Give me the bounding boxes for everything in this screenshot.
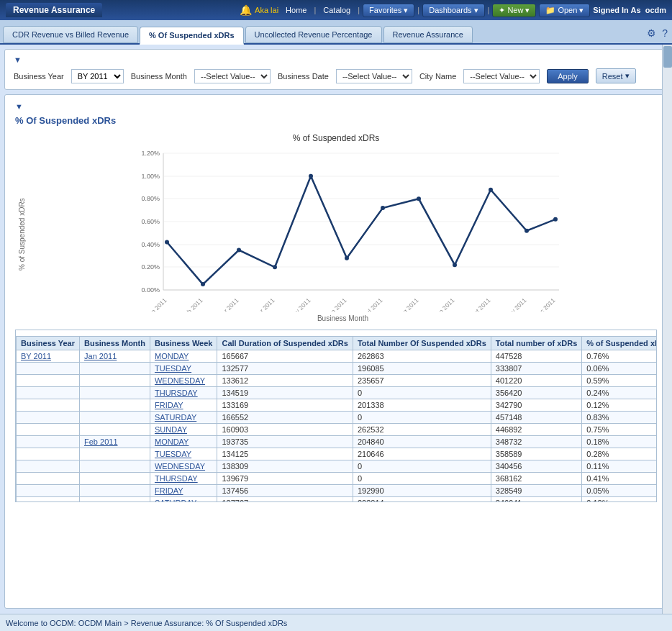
chart-area: % of Suspended xDRs [15,146,657,322]
tab-suspended-xdrs[interactable]: % Of Suspended xDRs [140,27,244,45]
svg-text:1.20%: 1.20% [141,150,160,157]
svg-text:May 2011: May 2011 [287,296,312,312]
col-header-call-dur: Call Duration of Suspended xDRs [217,337,353,350]
business-year-label: Business Year [14,72,64,81]
table-row: FRIDAY1374561929903285490.05% [17,485,658,497]
table-row: WEDNESDAY1336122356574012200.59% [17,375,658,387]
aka-label: Aka lai [255,6,278,14]
svg-point-19 [273,265,277,269]
svg-text:0.40%: 0.40% [141,241,160,248]
folder-icon: 📁 [545,6,555,15]
svg-point-21 [345,256,349,260]
svg-text:Mar 2011: Mar 2011 [216,296,240,312]
table-row: TUESDAY1341252106463585890.28% [17,448,658,460]
table-row: Feb 2011MONDAY1937352048403487320.18% [17,436,658,448]
scroll-thumb[interactable] [663,46,672,68]
svg-point-26 [525,229,529,233]
svg-point-27 [553,217,558,222]
filter-toggle[interactable]: ▼ [14,55,658,64]
svg-text:0.20%: 0.20% [141,263,160,271]
signed-in-label: Signed In As ocdm [593,6,666,14]
business-month-select[interactable]: --Select Value-- [194,69,271,83]
svg-point-23 [417,196,421,201]
svg-point-24 [453,263,457,267]
svg-text:Aug 2011: Aug 2011 [396,296,419,312]
col-header-total-susp: Total Number Of Suspended xDRs [353,337,491,350]
svg-text:Jan 2011: Jan 2011 [145,296,168,312]
svg-point-20 [309,174,313,178]
table-scroll[interactable]: Business Year Business Month Business We… [15,330,657,502]
filter-row: Business Year BY 2011 Business Month --S… [14,68,658,83]
dashboards-dropdown[interactable]: Dashboards ▾ [422,4,484,17]
business-month-label: Business Month [131,72,187,81]
filter-panel: ▼ Business Year BY 2011 Business Month -… [4,49,668,90]
svg-point-18 [237,248,241,253]
svg-text:Oct 2011: Oct 2011 [468,296,491,312]
chart-container: % of Suspended xDRs % of Suspended xDRs [15,133,657,322]
svg-text:Nov 2011: Nov 2011 [504,296,527,312]
col-header-month: Business Month [80,337,150,350]
reset-button[interactable]: Reset ▾ [596,68,636,83]
tab-revenue-assurance[interactable]: Revenue Assurance [383,26,473,43]
business-date-select[interactable]: --Select Value-- [336,69,412,83]
tab-actions: ⚙ ? [645,26,669,43]
status-bar: Welcome to OCDM: OCDM Main > Revenue Ass… [0,614,672,631]
col-header-year: Business Year [17,337,80,350]
help-icon[interactable]: ? [660,26,669,40]
svg-text:0.80%: 0.80% [141,195,160,202]
table-row: THURSDAY13451903564200.24% [17,387,658,399]
svg-point-16 [165,240,169,245]
svg-text:Jul 2011: Jul 2011 [362,296,383,312]
table-row: BY 2011Jan 2011MONDAY1656672628634475280… [17,350,658,363]
tab-uncollected-revenue[interactable]: Uncollected Revenue Percentage [245,26,382,43]
section-title: % Of Suspended xDRs [15,115,657,126]
svg-point-25 [489,188,493,192]
top-nav: 🔔 Aka lai Home | Catalog | Favorites ▾ |… [240,4,666,17]
svg-text:Dec 2011: Dec 2011 [532,296,556,312]
business-year-select[interactable]: BY 2011 [71,69,124,83]
table-row: SATURDAY16655204571480.83% [17,412,658,424]
new-dropdown[interactable]: ✦ New ▾ [492,4,536,17]
svg-text:Sep 2011: Sep 2011 [432,296,455,312]
col-header-total-xdr: Total number of xDRs [491,337,581,350]
y-axis-label: % of Suspended xDRs [15,146,29,322]
tab-cdr-revenue[interactable]: CDR Revenue vs Billed Revenue [3,26,138,43]
home-link[interactable]: Home [281,4,311,16]
city-name-select[interactable]: --Select Value-- [463,69,540,83]
app-title: Revenue Assurance [6,3,102,17]
svg-text:0.60%: 0.60% [141,218,160,225]
apply-button[interactable]: Apply [547,69,589,83]
chart-svg: 0.00% 0.20% 0.40% 0.60% 0.80% 1.00% 1.20… [120,146,566,312]
new-icon: ✦ [499,6,505,15]
business-date-label: Business Date [278,72,329,81]
open-dropdown[interactable]: 📁 Open ▾ [539,4,590,17]
svg-text:Apr 2011: Apr 2011 [253,296,276,312]
table-row: WEDNESDAY13830903404560.11% [17,460,658,473]
col-header-pct: % of Suspended xDRs [582,337,657,350]
svg-text:Jun 2011: Jun 2011 [324,296,348,312]
top-bar: Revenue Assurance 🔔 Aka lai Home | Catal… [0,0,672,20]
table-row: TUESDAY1325771960853338070.06% [17,363,658,375]
svg-point-22 [381,206,385,210]
section-toggle[interactable]: ▼ [15,102,657,111]
main-content: ▼ % Of Suspended xDRs % of Suspended xDR… [4,94,668,609]
table-row: SUNDAY1609032625324468920.75% [17,424,658,436]
tab-bar: CDR Revenue vs Billed Revenue % Of Suspe… [0,20,672,45]
chart-title: % of Suspended xDRs [15,133,657,143]
svg-text:0.00%: 0.00% [141,286,160,294]
svg-point-17 [201,282,205,286]
col-header-week: Business Week [150,337,217,350]
reset-dropdown-icon: ▾ [625,71,630,81]
catalog-link[interactable]: Catalog [319,4,355,16]
table-row: SATURDAY1377072038143469410.13% [17,497,658,503]
svg-text:Feb 2011: Feb 2011 [180,296,204,312]
table-row: FRIDAY1331692013383427900.12% [17,399,658,412]
table-row: THURSDAY13967903681620.41% [17,473,658,485]
svg-text:1.00%: 1.00% [141,173,160,180]
table-header-row: Business Year Business Month Business We… [17,337,658,350]
data-table: Business Year Business Month Business We… [16,336,657,502]
x-axis-label: Business Month [29,314,657,322]
right-scrollbar[interactable] [662,45,672,614]
settings-icon[interactable]: ⚙ [645,26,658,40]
favorites-dropdown[interactable]: Favorites ▾ [363,4,414,17]
